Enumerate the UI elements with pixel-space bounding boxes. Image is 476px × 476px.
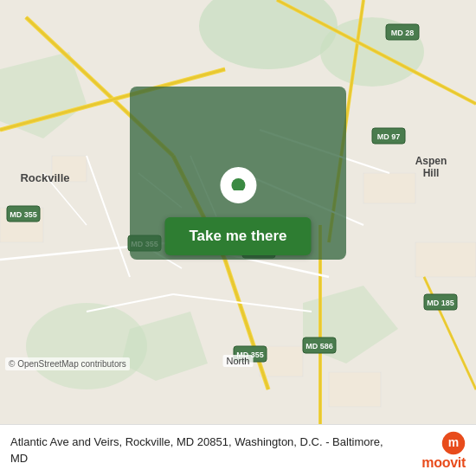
svg-rect-9 xyxy=(363,173,415,203)
moovit-icon: m xyxy=(441,431,466,455)
svg-text:MD 355: MD 355 xyxy=(10,210,37,219)
take-me-there-button[interactable]: Take me there xyxy=(164,217,311,255)
svg-text:Hill: Hill xyxy=(423,167,440,179)
svg-point-62 xyxy=(231,178,245,192)
svg-rect-12 xyxy=(329,372,381,407)
svg-rect-10 xyxy=(415,242,476,277)
svg-text:Aspen: Aspen xyxy=(415,155,447,167)
map-container: MD 355 MD 355 MD 355 MD 586 MD 586 MD 28… xyxy=(0,0,476,424)
svg-point-6 xyxy=(26,303,147,389)
svg-text:MD 185: MD 185 xyxy=(427,299,454,307)
svg-text:MD 28: MD 28 xyxy=(391,29,415,37)
north-indicator: North xyxy=(223,355,254,367)
bottom-bar: Atlantic Ave and Veirs, Rockville, MD 20… xyxy=(0,424,476,476)
moovit-wordmark: moovit xyxy=(421,455,466,471)
location-pin-icon xyxy=(217,169,259,210)
svg-text:MD 586: MD 586 xyxy=(306,342,333,351)
svg-text:Rockville: Rockville xyxy=(20,171,69,184)
button-overlay: Take me there xyxy=(164,169,311,255)
moovit-logo: m moovit xyxy=(405,431,466,471)
address-text: Atlantic Ave and Veirs, Rockville, MD 20… xyxy=(10,434,398,466)
map-credit: © OpenStreetMap contributors xyxy=(5,357,130,370)
svg-text:MD 97: MD 97 xyxy=(377,132,401,141)
svg-text:m: m xyxy=(448,434,459,448)
